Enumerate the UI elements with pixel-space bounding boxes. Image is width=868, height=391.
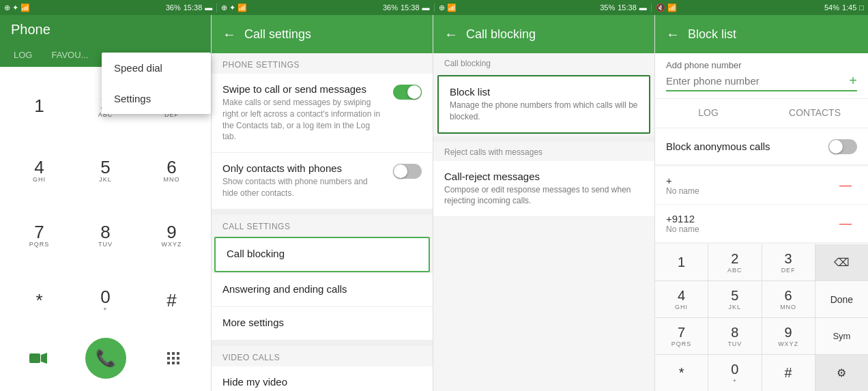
more-settings-title: More settings [222,317,422,328]
numpad-key-1[interactable]: 1 [655,244,708,280]
video-calls-label: Video calls [212,346,433,366]
numpad-key-3[interactable]: 3DEF [762,244,815,280]
svg-rect-6 [172,357,175,360]
numpad-settings-button[interactable]: ⚙ [815,355,868,391]
dropdown-item-settings[interactable]: Settings [102,83,211,114]
remove-number-button-2[interactable]: — [834,214,857,233]
blocking-back-button[interactable]: ← [444,27,458,42]
numpad-key-5[interactable]: 5JKL [708,281,761,317]
only-contacts-text: Only contacts with phones Show contacts … [222,162,385,199]
video-call-button[interactable] [23,343,53,373]
svg-rect-10 [177,362,179,364]
settings-item-swipe-to-call[interactable]: Swipe to call or send messages Make call… [212,74,433,153]
call-reject-title: Call-reject messages [444,171,643,182]
tab-log[interactable]: LOG [11,44,35,67]
numpad-key-2[interactable]: 2ABC [708,244,761,280]
call-button[interactable]: 📞 [85,338,126,379]
remove-number-button-1[interactable]: — [834,175,857,195]
dial-key-5[interactable]: 5JKL [73,139,138,202]
phone-app-title: Phone [11,22,50,37]
numpad-key-9[interactable]: 9WXYZ [762,318,815,354]
indicator-2: ▬ [422,3,430,12]
blocked-info-1: + No name [666,175,699,196]
settings-item-answering[interactable]: Answering and ending calls [212,274,433,307]
numpad-key-6[interactable]: 6MNO [762,281,815,317]
dial-key-hash[interactable]: # [139,269,204,332]
call-settings-label: Call settings [212,215,433,235]
block-list-item[interactable]: Block list Manage the phone numbers from… [437,75,650,134]
status-icons-4: 🔇 📶 [656,3,677,12]
numpad-sym-button[interactable]: Sym [815,318,868,354]
swipe-to-call-text: Swipe to call or send messages Make call… [222,83,385,143]
status-bar-3: ⊕ 📶 35% 15:38 ▬ [435,3,652,12]
dropdown-menu: Speed dial Settings [102,53,211,114]
dial-key-7[interactable]: 7PQRS [7,204,72,267]
toggle-thumb-anon [829,140,843,154]
dial-key-star[interactable]: * [7,269,72,332]
time-battery-4: 54% 1:45 □ [824,3,864,12]
numpad-key-star[interactable]: * [655,355,708,391]
time-battery-3: 35% 15:38 ▬ [600,3,647,12]
settings-item-only-contacts[interactable]: Only contacts with phones Show contacts … [212,153,433,209]
panel-block-list: ← Block list Add phone number + LOG CONT… [655,15,868,391]
numpad-key-8[interactable]: 8TUV [708,318,761,354]
numpad-key-4[interactable]: 4GHI [655,281,708,317]
numpad-key-7[interactable]: 7PQRS [655,318,708,354]
wifi-icon: ✦ [12,3,18,12]
blocklist-title: Block list [688,27,857,42]
phone-settings-label: Phone settings [212,53,433,74]
dialpad-toggle-button[interactable] [158,343,188,373]
call-blocking-title: Call blocking [227,248,418,259]
blocklist-tab-contacts[interactable]: CONTACTS [762,99,868,128]
blocklist-back-button[interactable]: ← [666,27,680,42]
time-4: 1:45 [842,3,856,12]
phone-number-input[interactable] [666,75,849,87]
settings-item-hide-video[interactable]: Hide my video Set default Hide my image. [212,366,433,391]
signal-icon-3: 📶 [447,3,457,12]
bt-icon-3: ⊕ [439,3,445,12]
blocking-header: ← Call blocking [433,15,654,53]
only-contacts-toggle[interactable] [393,164,422,179]
add-phone-label: Add phone number [666,60,857,70]
blocklist-tab-log[interactable]: LOG [655,99,762,128]
time-battery-2: 36% 15:38 ▬ [383,3,430,12]
blocking-divider [433,136,654,142]
svg-marker-1 [41,353,47,364]
dial-key-0[interactable]: 0+ [73,269,138,332]
dial-key-9[interactable]: 9WXYZ [139,204,204,267]
numpad-done-button[interactable]: Done [815,281,868,317]
dial-key-6[interactable]: 6MNO [139,139,204,202]
indicator-1: ▬ [205,3,212,12]
settings-divider-2 [212,341,433,346]
numpad-key-0[interactable]: 0+ [708,355,761,391]
numpad-backspace-button[interactable]: ⌫ [815,244,868,280]
status-bar-row: ⊕ ✦ 📶 36% 15:38 ▬ ⊕ ✦ 📶 36% 15:38 ▬ ⊕ 📶 … [0,0,868,15]
svg-rect-8 [167,362,170,364]
settings-item-more[interactable]: More settings [212,307,433,341]
blocking-scroll[interactable]: Call blocking Block list Manage the phon… [433,53,654,391]
call-blocking-text: Call blocking [227,248,418,261]
svg-rect-0 [29,353,40,363]
answering-text: Answering and ending calls [222,283,422,297]
hide-video-title: Hide my video [222,376,422,388]
numpad-key-hash[interactable]: # [762,355,815,391]
dial-key-1[interactable]: 1 [7,74,72,137]
blocklist-header: ← Block list [655,15,868,53]
tab-favourites[interactable]: FAVOU... [48,44,91,67]
svg-rect-9 [172,362,175,364]
block-anonymous-row: Block anonymous calls [655,128,868,164]
settings-scroll[interactable]: Phone settings Swipe to call or send mes… [212,53,433,391]
status-bar-4: 🔇 📶 54% 1:45 □ [652,3,868,12]
panel-call-blocking: ← Call blocking Call blocking Block list… [433,15,655,391]
settings-back-button[interactable]: ← [222,27,236,42]
call-reject-messages-item[interactable]: Call-reject messages Compose or edit res… [433,161,654,218]
settings-item-call-blocking[interactable]: Call blocking [214,237,430,272]
blocked-number-1: + No name — [655,166,868,205]
block-anonymous-toggle[interactable] [828,139,857,154]
swipe-to-call-toggle[interactable] [393,85,422,100]
dialpad-bottom: 📞 [7,332,204,384]
add-number-button[interactable]: + [849,73,857,89]
dropdown-item-speed-dial[interactable]: Speed dial [102,53,211,83]
dial-key-4[interactable]: 4GHI [7,139,72,202]
dial-key-8[interactable]: 8TUV [73,204,138,267]
